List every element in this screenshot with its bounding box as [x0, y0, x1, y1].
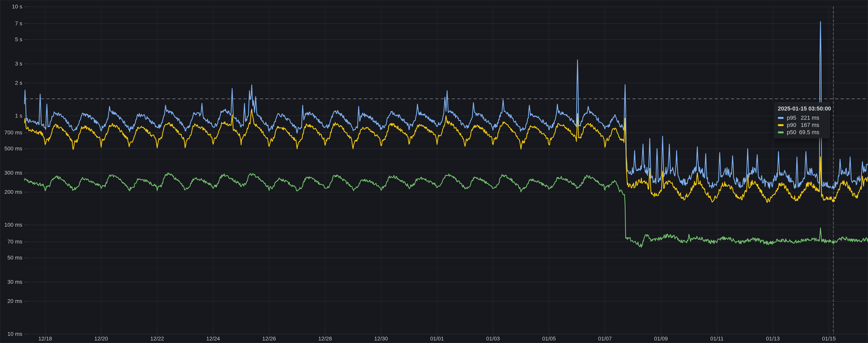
x-tick-label: 12/22	[142, 336, 173, 342]
tooltip-row-p90: p90 167 ms	[778, 121, 826, 129]
series-name: p50	[787, 129, 796, 135]
tooltip-row-p50: p50 69.5 ms	[778, 129, 826, 136]
series-name: p90	[787, 122, 796, 128]
y-tick-label: 2 s	[0, 80, 22, 86]
x-tick-label: 01/15	[813, 336, 844, 342]
y-tick-label: 20 ms	[0, 298, 22, 304]
x-tick-label: 01/03	[477, 336, 508, 342]
y-tick-label: 50 ms	[0, 255, 22, 261]
y-tick-label: 1 s	[0, 113, 22, 119]
y-tick-label: 30 ms	[0, 279, 22, 285]
tooltip-row-p95: p95 221 ms	[778, 114, 826, 121]
y-tick-label: 70 ms	[0, 239, 22, 245]
y-tick-label: 700 ms	[0, 130, 22, 135]
x-tick-label: 01/07	[589, 336, 621, 342]
series-value: 69.5 ms	[799, 129, 819, 135]
y-tick-label: 7 s	[0, 21, 22, 26]
y-tick-label: 10 s	[0, 4, 22, 9]
p90-color-swatch	[778, 124, 784, 126]
series-value: 167 ms	[801, 122, 819, 128]
timeseries-chart-canvas[interactable]	[0, 0, 868, 343]
y-tick-label: 5 s	[0, 37, 22, 42]
x-tick-label: 01/09	[645, 336, 677, 342]
x-tick-label: 12/18	[30, 336, 61, 342]
series-name: p95	[787, 115, 796, 121]
hover-tooltip: 2025-01-15 03:50:00 p95 221 ms p90 167 m…	[774, 102, 830, 138]
latency-panel-page: { "ui": { "colors": { "background": "#16…	[0, 0, 868, 343]
p50-color-swatch	[778, 131, 784, 133]
y-tick-label: 3 s	[0, 61, 22, 67]
x-tick-label: 12/26	[253, 336, 285, 342]
x-tick-label: 12/24	[197, 336, 229, 342]
x-tick-label: 12/28	[309, 336, 341, 342]
p95-color-swatch	[778, 117, 784, 119]
timeseries-panel: 10 s7 s5 s3 s2 s1 s700 ms500 ms300 ms200…	[0, 0, 868, 343]
y-tick-label: 300 ms	[0, 170, 22, 176]
y-tick-label: 100 ms	[0, 222, 22, 228]
x-tick-label: 12/30	[366, 336, 397, 342]
x-tick-label: 01/11	[701, 336, 733, 342]
y-tick-label: 500 ms	[0, 146, 22, 152]
y-tick-label: 200 ms	[0, 189, 22, 195]
x-tick-label: 12/20	[86, 336, 117, 342]
y-tick-label: 10 ms	[0, 331, 22, 337]
x-tick-label: 01/05	[533, 336, 565, 342]
x-tick-label: 01/01	[422, 336, 453, 342]
x-tick-label: 01/13	[757, 336, 788, 342]
series-value: 221 ms	[801, 115, 819, 121]
tooltip-timestamp: 2025-01-15 03:50:00	[778, 105, 826, 112]
